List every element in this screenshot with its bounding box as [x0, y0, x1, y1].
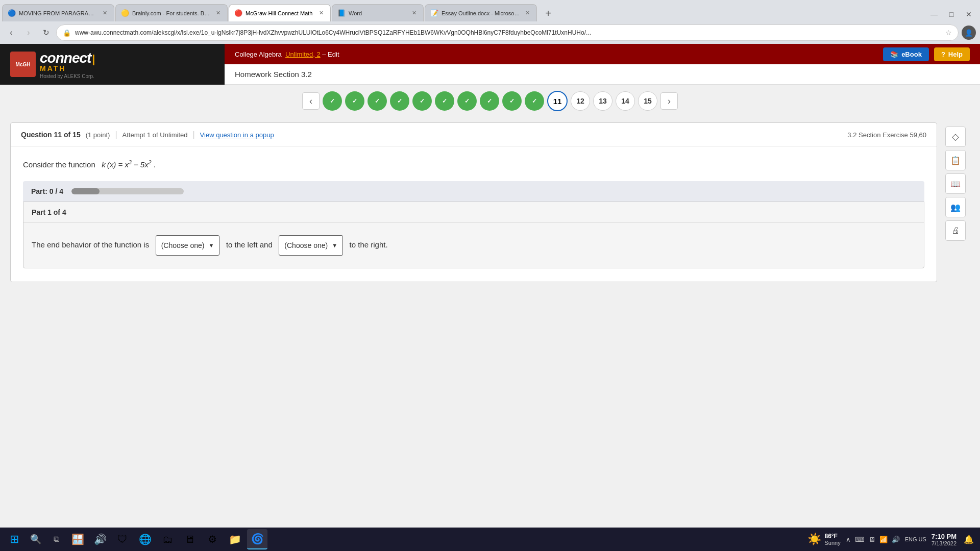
taskbar-app-1[interactable]: 🪟 [67, 529, 88, 549]
tab-2[interactable]: 🟡 Brainly.com - For students. By stu... … [115, 4, 228, 21]
tab-2-close[interactable]: ✕ [214, 9, 222, 17]
tab-5-label: Essay Outline.docx - Microsoft W... [442, 10, 520, 16]
question-text: Consider the function k (x) = x3 − 5x2 . [23, 159, 924, 169]
time-date-display[interactable]: 7:10 PM 7/13/2022 [932, 533, 957, 546]
help-button[interactable]: ? Help [934, 47, 970, 61]
ebook-label: eBook [901, 51, 922, 58]
tab-3-close[interactable]: ✕ [317, 9, 325, 17]
logo-math: MATH [40, 64, 96, 72]
person-icon-btn[interactable]: 👥 [945, 197, 966, 217]
tab-3[interactable]: 🔴 McGraw-Hill Connect Math ✕ [229, 4, 331, 21]
reload-button[interactable]: ↻ [39, 26, 53, 40]
taskbar: ⊞ 🔍 ⧉ 🪟 🔊 🛡 🌐 🗂 🖥 ⚙ 📁 🌀 ☀️ 86°F Sunny ∧ … [0, 528, 980, 551]
taskbar-app-7[interactable]: ⚙ [202, 529, 223, 549]
profile-icon[interactable]: 👤 [962, 26, 976, 40]
system-tray: ☀️ 86°F Sunny ∧ ⌨ 🖥 📶 🔊 ENG US 7:10 PM 7… [807, 532, 976, 546]
notifications-button[interactable]: 🔔 [962, 532, 976, 546]
minimize-button[interactable]: — [927, 7, 941, 21]
bookmark-icon-btn[interactable]: ◇ [945, 127, 966, 147]
address-bar[interactable]: 🔒 www-awu.connectmath.com/alekscgi/x/lsl… [56, 24, 959, 41]
print-icon-btn[interactable]: 🖨 [945, 220, 966, 241]
q-num-15[interactable]: 15 [638, 91, 657, 111]
q-num-14[interactable]: 14 [616, 91, 635, 111]
keyboard-icon[interactable]: ⌨ [855, 536, 865, 543]
dropdown-2[interactable]: (Choose one) ▼ [279, 235, 343, 256]
taskview-button[interactable]: ⧉ [47, 530, 65, 548]
header-course-bar: College Algebra Unlimited, 2 – Edit 📚 eB… [225, 44, 980, 64]
taskbar-app-chrome[interactable]: 🌀 [247, 529, 267, 549]
tab-1-close[interactable]: ✕ [101, 9, 109, 17]
part-progress-section: Part: 0 / 4 [23, 181, 924, 202]
tab-1[interactable]: 🔵 MOVING FROM PARAGRAPH TO ✕ [2, 4, 114, 21]
chevron-up-icon[interactable]: ∧ [846, 536, 851, 543]
question-navigation: ‹ ✓ ✓ ✓ ✓ ✓ ✓ ✓ ✓ [0, 85, 980, 117]
logo-area: McGH connect | MATH Hosted by ALEKS Corp… [0, 44, 225, 85]
help-icon: ? [941, 51, 945, 58]
start-button[interactable]: ⊞ [4, 529, 24, 549]
next-question-button[interactable]: › [660, 92, 678, 110]
tab-5[interactable]: 📝 Essay Outline.docx - Microsoft W... ✕ [425, 4, 537, 21]
q-num-7[interactable]: ✓ [457, 91, 477, 111]
forward-button[interactable]: › [21, 26, 36, 40]
desktop-icon[interactable]: 🖥 [869, 536, 875, 543]
part1-text-suffix: to the right. [350, 240, 388, 249]
ebook-icon: 📚 [890, 51, 898, 58]
question-panel: Question 11 of 15 (1 point) | Attempt 1 … [10, 122, 937, 282]
attempt-text: Attempt 1 of Unlimited [122, 131, 188, 139]
q-num-10[interactable]: ✓ [525, 91, 544, 111]
prev-question-button[interactable]: ‹ [302, 92, 320, 110]
back-button[interactable]: ‹ [4, 26, 18, 40]
q-num-9[interactable]: ✓ [502, 91, 522, 111]
ebook-button[interactable]: 📚 eBook [883, 47, 929, 61]
q-num-3[interactable]: ✓ [368, 91, 387, 111]
taskbar-app-5[interactable]: 🗂 [157, 529, 178, 549]
question-points: (1 point) [86, 131, 110, 139]
text-prefix: Consider the function [23, 160, 95, 169]
tab-4[interactable]: 📘 Word ✕ [332, 4, 424, 21]
part-1-header: Part 1 of 4 [23, 202, 924, 223]
close-button[interactable]: ✕ [962, 7, 976, 21]
q-num-13[interactable]: 13 [593, 91, 612, 111]
q-num-11-active[interactable]: 11 [547, 91, 568, 111]
tab-5-close[interactable]: ✕ [523, 9, 531, 17]
tab-3-icon: 🔴 [234, 9, 242, 17]
bookmark-star-icon[interactable]: ☆ [945, 29, 952, 37]
note-icon-btn[interactable]: 📋 [945, 150, 966, 170]
wifi-icon[interactable]: 📶 [879, 536, 888, 543]
browser-window: 🔵 MOVING FROM PARAGRAPH TO ✕ 🟡 Brainly.c… [0, 0, 980, 551]
windows-logo-icon: ⊞ [10, 533, 19, 546]
taskbar-app-2[interactable]: 🔊 [90, 529, 110, 549]
book-icon-btn[interactable]: 📖 [945, 173, 966, 194]
dropdown-1-arrow: ▼ [209, 240, 214, 251]
tab-1-label: MOVING FROM PARAGRAPH TO [19, 10, 97, 16]
q-num-4[interactable]: ✓ [390, 91, 409, 111]
text-suffix: . [154, 160, 156, 169]
tab-4-label: Word [349, 10, 407, 16]
volume-icon[interactable]: 🔊 [892, 536, 900, 543]
dropdown-1[interactable]: (Choose one) ▼ [156, 235, 220, 256]
taskbar-app-6[interactable]: 🖥 [180, 529, 200, 549]
header-right: College Algebra Unlimited, 2 – Edit 📚 eB… [225, 44, 980, 85]
q-num-6[interactable]: ✓ [435, 91, 454, 111]
q-num-2[interactable]: ✓ [345, 91, 364, 111]
weather-widget[interactable]: ☀️ 86°F Sunny [807, 533, 840, 546]
address-bar-row: ‹ › ↻ 🔒 www-awu.connectmath.com/alekscgi… [0, 21, 980, 44]
maximize-button[interactable]: □ [944, 7, 959, 21]
q-num-12[interactable]: 12 [571, 91, 590, 111]
taskbar-app-8[interactable]: 📁 [225, 529, 245, 549]
progress-bar-outer [71, 188, 184, 194]
q-num-8[interactable]: ✓ [480, 91, 499, 111]
q-num-5[interactable]: ✓ [412, 91, 432, 111]
header-buttons: 📚 eBook ? Help [883, 47, 970, 61]
new-tab-button[interactable]: + [540, 5, 556, 21]
lock-icon: 🔒 [63, 29, 71, 37]
course-link[interactable]: Unlimited, 2 [285, 51, 321, 58]
taskbar-app-4[interactable]: 🌐 [135, 529, 155, 549]
search-button[interactable]: 🔍 [27, 530, 45, 548]
popup-link[interactable]: View question in a popup [200, 131, 274, 139]
q-num-1[interactable]: ✓ [323, 91, 342, 111]
homework-label: Homework Section 3.2 [235, 70, 312, 79]
part1-text-middle: to the left and [226, 240, 273, 249]
taskbar-app-3[interactable]: 🛡 [112, 529, 133, 549]
tab-4-close[interactable]: ✕ [410, 9, 418, 17]
